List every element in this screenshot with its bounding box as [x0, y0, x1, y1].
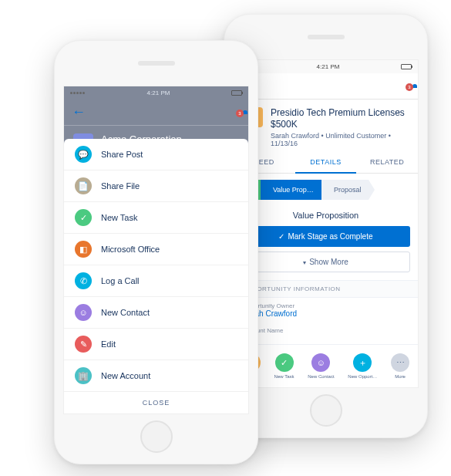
qa-new-task[interactable]: ✓New Task [274, 353, 294, 379]
phone-front: 4:21 PM ← 3 Acme Corporation [54, 40, 258, 464]
qa-new-opportunity[interactable]: ＋New Opport… [348, 353, 377, 379]
tab-bar: FEED DETAILS RELATED [234, 152, 418, 174]
screen-back: 4:21 PM ← 3 Presidio Tech Premium Licens… [233, 59, 419, 388]
contact-icon: ☺ [75, 304, 92, 321]
back-icon[interactable]: ← [72, 104, 86, 120]
chevron-down-icon: ▾ [303, 259, 306, 266]
speech-icon: 💬 [75, 146, 92, 163]
field-owner: Opportunity Owner Sarah Crawford [234, 298, 418, 322]
notif-badge: 3 [236, 110, 244, 117]
action-edit[interactable]: ✎ Edit [64, 329, 248, 360]
record-subtitle: Sarah Crawford • Unlimited Customer • 11… [271, 132, 409, 147]
mark-complete-button[interactable]: ✓Mark Stage as Complete [241, 226, 410, 247]
opportunity-icon: ＋ [353, 353, 372, 372]
contact-icon: ☺ [311, 353, 330, 372]
phone-speaker [138, 61, 175, 66]
more-icon: ⋯ [391, 353, 409, 372]
stage-title: Value Proposition [234, 206, 418, 226]
battery-icon [401, 64, 412, 69]
action-microsoft-office[interactable]: ◧ Microsoft Office [64, 234, 248, 265]
check-icon: ✓ [278, 232, 284, 241]
status-time: 4:21 PM [317, 63, 340, 70]
action-new-account[interactable]: 🏢 New Account [64, 360, 248, 392]
home-button[interactable] [310, 394, 342, 427]
nav-bar: ← 3 [234, 73, 418, 100]
record-header: Presidio Tech Premium Licenses $500K Sar… [234, 100, 418, 152]
home-button[interactable] [140, 420, 173, 453]
screen-front: 4:21 PM ← 3 Acme Corporation [63, 86, 249, 414]
check-icon: ✓ [75, 209, 92, 226]
action-new-task[interactable]: ✓ New Task [64, 202, 248, 234]
stage-path: ✓ Value Prop… Proposal [234, 180, 418, 200]
phone-speaker [308, 35, 345, 39]
action-share-file[interactable]: 📄 Share File [64, 170, 248, 202]
stage-next[interactable]: Proposal [321, 180, 369, 200]
action-share-post[interactable]: 💬 Share Post [64, 139, 248, 170]
action-new-contact[interactable]: ☺ New Contact [64, 297, 248, 329]
pencil-icon: ✎ [75, 336, 92, 353]
office-icon: ◧ [75, 241, 92, 258]
tab-details[interactable]: DETAILS [295, 152, 357, 174]
field-account: Account Name [234, 322, 418, 339]
phone-icon: ✆ [75, 272, 92, 289]
record-title: Presidio Tech Premium Licenses $500K [271, 107, 409, 130]
tab-related[interactable]: RELATED [356, 152, 418, 173]
field-value[interactable]: Sarah Crawford [243, 309, 409, 318]
nav-bar: ← 3 [64, 100, 248, 126]
status-time: 4:21 PM [147, 89, 170, 96]
account-icon: 🏢 [75, 367, 92, 384]
show-more-button[interactable]: ▾Show More [241, 252, 410, 272]
qa-new-contact[interactable]: ☺New Contact [308, 353, 334, 379]
status-bar: 4:21 PM [234, 60, 418, 73]
action-log-a-call[interactable]: ✆ Log a Call [64, 265, 248, 297]
field-label: Opportunity Owner [243, 302, 409, 309]
file-icon: 📄 [75, 177, 92, 194]
qa-more[interactable]: ⋯More [391, 353, 409, 379]
signal-icon [70, 89, 86, 96]
field-label: Account Name [243, 327, 409, 334]
status-bar: 4:21 PM [64, 86, 248, 100]
check-icon: ✓ [275, 353, 294, 372]
stage-current[interactable]: Value Prop… [261, 180, 321, 200]
action-sheet: 💬 Share Post 📄 Share File ✓ New Task ◧ M… [64, 139, 248, 414]
battery-icon [231, 90, 242, 96]
quick-action-bar: ✎Edit ✓New Task ☺New Contact ＋New Opport… [234, 344, 418, 387]
close-button[interactable]: CLOSE [64, 392, 248, 414]
section-title: OPPORTUNITY INFORMATION [234, 280, 418, 298]
notif-badge: 3 [406, 83, 413, 91]
